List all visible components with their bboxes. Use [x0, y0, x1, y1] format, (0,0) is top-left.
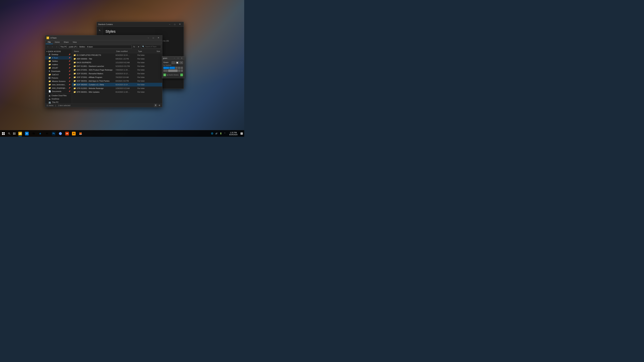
sidebar-item-ateam[interactable]: 📁 A Team 📌 [45, 56, 72, 59]
address-path[interactable]: This PC › public (P:) › Skittles › A tea… [59, 45, 132, 49]
window-controls: − □ ✕ [146, 36, 161, 40]
wb-row-2 [163, 69, 183, 72]
notification-button[interactable] [239, 130, 244, 137]
taskbar-search-button[interactable] [7, 130, 12, 137]
taskbar-app-store[interactable]: 🛍 [30, 130, 37, 137]
sidebar-item-this-pc[interactable]: 💻 This PC [45, 100, 72, 103]
small-panel-minimize[interactable]: − [173, 57, 176, 60]
wb-small-btn-4 [178, 69, 180, 72]
small-panel-close[interactable]: ✕ [180, 57, 183, 60]
taskbar-app-stardock[interactable]: DB [64, 130, 70, 137]
bench-action-icon[interactable]: → [180, 73, 183, 76]
taskbar-app-chrome[interactable] [57, 130, 64, 137]
wb-small-btn-5 [180, 69, 183, 72]
refresh-button[interactable]: ↻ [132, 45, 136, 49]
stardock-edit-button[interactable]: ✎ [98, 28, 102, 33]
tray-expand-icon[interactable]: ⌃ [224, 132, 226, 135]
sidebar-item-mission-screens[interactable]: 📁 Mission Screens 📌 [45, 80, 72, 83]
file-row[interactable]: 📁 ABR 000000 - Title 6/8/2016 1:32 PM Fi… [72, 57, 162, 61]
wb-blue-btn-2 [170, 67, 175, 69]
back-button[interactable]: ← [46, 45, 50, 49]
stardock-maximize-button[interactable]: □ [172, 22, 177, 26]
theme-icon-2[interactable]: ⬜ [176, 61, 179, 64]
file-row[interactable]: 📁 SOF 082001 - Add Apps to Third Parties… [72, 79, 162, 83]
folder-icon: 📁 [48, 80, 51, 82]
taskbar-app-extra[interactable]: 🦊 [77, 130, 84, 137]
col-header-name[interactable]: Name [73, 50, 116, 52]
taskbar-clock[interactable]: 1:32 PM 8/24/2020 [228, 130, 239, 137]
up-button[interactable]: ↑ [55, 45, 58, 49]
taskbar-app-edge[interactable]: e [37, 130, 44, 137]
file-row[interactable]: 📁 STR 082001 - Wiki Updates 8/14/2020 11… [72, 90, 162, 94]
theme-icon-3[interactable]: ✎ [180, 61, 183, 64]
col-header-type[interactable]: Type [137, 50, 151, 52]
file-row[interactable]: 📁 BACK BURNERS 1/21/2020 9:02 AM File fo… [72, 61, 162, 64]
taskbar-app-outlook[interactable]: O [24, 130, 30, 137]
svg-rect-1 [4, 132, 5, 133]
details-view-button[interactable]: ☰ [154, 104, 157, 107]
file-list-header: Name Date modified Type Size [72, 49, 162, 53]
sidebar-item-creative-cloud[interactable]: ☁ Creative Cloud Files [45, 94, 72, 97]
tray-volume-icon[interactable]: 🔊 [215, 132, 218, 135]
ribbon-tabs: File Home Share View [45, 40, 162, 44]
sidebar-item-galciv3[interactable]: 📁 GalCiv3 📌 [45, 73, 72, 76]
search-box[interactable]: 🔍 Search A Team [141, 45, 161, 49]
stardock-close-button[interactable]: ✕ [177, 22, 182, 26]
tray-battery-icon[interactable]: 🔋 [219, 132, 223, 135]
svg-rect-9 [14, 134, 16, 135]
theme-icon-1[interactable]: ⬛ [172, 61, 175, 64]
file-row[interactable]: 📁 01 COMPLETED PROJECTS 8/24/2020 10:24 … [72, 53, 162, 57]
large-icons-button[interactable]: ⊞ [158, 104, 161, 107]
documents-icon: 📄 [48, 90, 51, 92]
quick-access-header[interactable]: ▾ Quick access [45, 50, 72, 53]
sidebar-item-documents[interactable]: 📄 Documents 📌 [45, 90, 72, 93]
minimize-button[interactable]: − [146, 36, 151, 40]
taskbar-app-file-explorer[interactable]: 📁 [17, 130, 24, 137]
forward-button[interactable]: → [50, 45, 54, 49]
sidebar-item-downloads[interactable]: ⬇ Downloads 📌 [45, 69, 72, 73]
cloud-icon: ☁ [48, 94, 50, 97]
file-row[interactable]: 📁 SDS 072001 - SDS Product Page Redesign… [72, 68, 162, 72]
sidebar-item-231x87[interactable]: 📁 231x87 📌 [45, 66, 72, 69]
path-ateam[interactable]: A team [87, 46, 93, 48]
close-button[interactable]: ✕ [156, 36, 161, 40]
file-row[interactable]: 📁 STR 012002 - Website Redesign 1/28/202… [72, 86, 162, 90]
sidebar-item-mailers[interactable]: 📁 mailers 📌 [45, 63, 72, 66]
stardock-title: Stardock Curtains [98, 23, 167, 25]
col-header-date[interactable]: Date modified [116, 50, 137, 52]
stardock-minimize-button[interactable]: − [167, 22, 172, 26]
path-skittles[interactable]: Skittles [79, 46, 85, 48]
ribbon-tab-file[interactable]: File [46, 40, 53, 44]
sidebar-item-skittles[interactable]: 📁 Skittles 📌 [45, 59, 72, 63]
file-row[interactable]: 📁 ENT 011801 - Stardock Launcher 5/23/20… [72, 64, 162, 68]
sidebar-item-www-shop[interactable]: 📁 www_shopdesign... 📌 [45, 86, 72, 90]
ribbon-tab-share[interactable]: Share [62, 40, 70, 44]
sidebar-item-desktop[interactable]: 🖥 Desktop 📌 [45, 53, 72, 56]
task-view-button[interactable] [12, 130, 17, 137]
bench-row: G by Danilo Oliveira → [163, 73, 183, 77]
file-row[interactable]: 📁 SOF 072001 - Affiliate Program 7/6/202… [72, 75, 162, 79]
folder-icon: 📁 [73, 68, 76, 71]
ribbon-tab-home[interactable]: Home [53, 40, 62, 44]
path-thispc[interactable]: This PC [60, 46, 67, 48]
folder-icon: 📁 [73, 80, 76, 82]
sidebar-item-onedrive[interactable]: ☁ OneDrive [45, 97, 72, 100]
maximize-button[interactable]: □ [151, 36, 156, 40]
small-panel-maximize[interactable]: □ [176, 57, 180, 60]
sidebar-item-pictures[interactable]: 🖼 Pictures 📌 [45, 76, 72, 80]
explorer-sidebar: ▾ Quick access 🖥 Desktop 📌 📁 A Team 📌 📁 … [45, 49, 72, 103]
start-button[interactable] [0, 130, 7, 137]
file-row-selected[interactable]: 📁 SOF 082003 - Curtains v1.1 Beta 8/24/2… [72, 83, 162, 86]
col-header-size[interactable]: Size [151, 50, 161, 52]
tray-network-icon[interactable]: 🌐 [210, 132, 214, 135]
folder-icon: 📁 [48, 67, 51, 69]
taskbar-app-ai[interactable]: Ai [70, 130, 77, 137]
taskbar-app-mail[interactable]: ✉ [44, 130, 50, 137]
bench-name: by Danilo Oliveira [167, 74, 180, 76]
file-row[interactable]: 📁 SOF 031901 - Remarket Mailers 3/20/201… [72, 72, 162, 75]
ribbon-tab-view[interactable]: View [70, 40, 79, 44]
sidebar-item-www-faction[interactable]: 📁 www_factiondesi... 📌 [45, 83, 72, 86]
taskbar-app-ps[interactable]: Ps [50, 130, 57, 137]
path-public[interactable]: public (P:) [69, 46, 77, 48]
expand-button[interactable]: ▾ [137, 45, 140, 49]
